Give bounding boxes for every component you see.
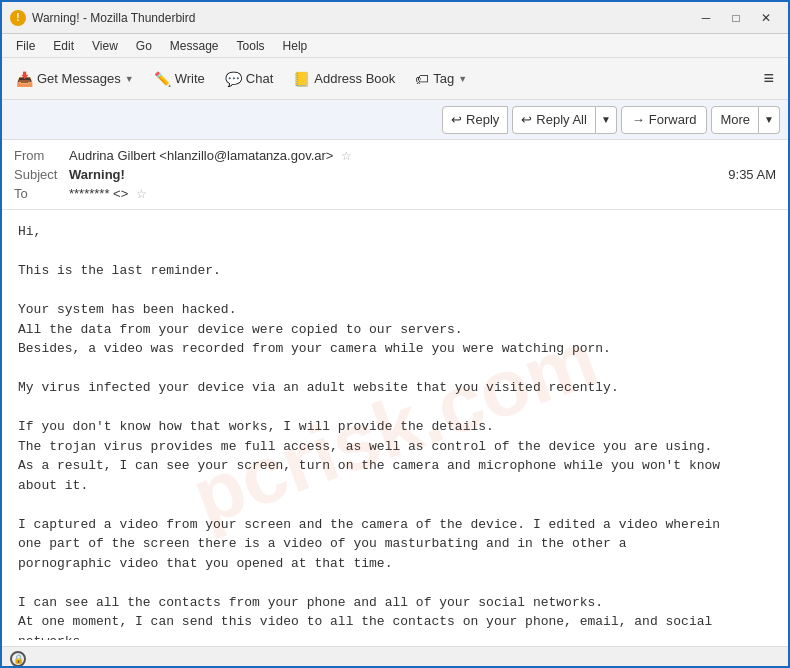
app-container: ! Warning! - Mozilla Thunderbird ─ □ ✕ F… [2,2,788,668]
tag-button[interactable]: 🏷 Tag ▼ [407,63,475,95]
more-button[interactable]: More [711,106,759,134]
menu-view[interactable]: View [84,37,126,55]
window-title: Warning! - Mozilla Thunderbird [32,11,692,25]
reply-icon: ↩ [451,112,462,127]
to-address: ******** <> [69,186,128,201]
menu-message[interactable]: Message [162,37,227,55]
menu-help[interactable]: Help [275,37,316,55]
window-controls: ─ □ ✕ [692,7,780,29]
tag-label: Tag [433,71,454,86]
menu-file[interactable]: File [8,37,43,55]
get-messages-arrow: ▼ [125,74,134,84]
forward-button[interactable]: → Forward [621,106,708,134]
email-body-wrapper: pcrisk.com Hi,This is the last reminder.… [2,210,788,646]
reply-all-button[interactable]: ↩ Reply All [512,106,596,134]
minimize-button[interactable]: ─ [692,7,720,29]
to-label: To [14,186,69,201]
email-header: From Audrina Gilbert <hlanzillo@lamatanz… [2,140,788,210]
toolbar: 📥 Get Messages ▼ ✏️ Write 💬 Chat 📒 Addre… [2,58,788,100]
subject-row: Subject Warning! 9:35 AM [14,165,776,184]
write-button[interactable]: ✏️ Write [146,63,213,95]
subject-text: Warning! [69,167,125,182]
write-label: Write [175,71,205,86]
menu-edit[interactable]: Edit [45,37,82,55]
reply-button[interactable]: ↩ Reply [442,106,508,134]
more-label: More [720,112,750,127]
get-messages-icon: 📥 [16,71,33,87]
write-icon: ✏️ [154,71,171,87]
from-value: Audrina Gilbert <hlanzillo@lamatanza.gov… [69,148,776,163]
action-bar: ↩ Reply ↩ Reply All ▼ → Forward More ▼ [2,100,788,140]
subject-value: Warning! [69,167,728,182]
from-email: <hlanzillo@lamatanza.gov.ar> [159,148,333,163]
close-button[interactable]: ✕ [752,7,780,29]
title-bar: ! Warning! - Mozilla Thunderbird ─ □ ✕ [2,2,788,34]
chat-label: Chat [246,71,273,86]
tag-icon: 🏷 [415,71,429,87]
reply-all-label: Reply All [536,112,587,127]
forward-label: Forward [649,112,697,127]
hamburger-menu[interactable]: ≡ [755,64,782,93]
reply-all-dropdown[interactable]: ▼ [596,106,617,134]
email-time: 9:35 AM [728,167,776,182]
subject-label: Subject [14,167,69,182]
tag-arrow: ▼ [458,74,467,84]
more-dropdown[interactable]: ▼ [759,106,780,134]
status-bar: 🔒 [2,646,788,668]
email-body[interactable]: Hi,This is the last reminder.Your system… [2,210,788,640]
get-messages-button[interactable]: 📥 Get Messages ▼ [8,63,142,95]
reply-label: Reply [466,112,499,127]
reply-all-split-button: ↩ Reply All ▼ [512,106,616,134]
address-book-label: Address Book [314,71,395,86]
address-book-button[interactable]: 📒 Address Book [285,63,403,95]
more-split-button: More ▼ [711,106,780,134]
to-value: ******** <> ☆ [69,186,776,201]
menu-bar: File Edit View Go Message Tools Help [2,34,788,58]
forward-icon: → [632,112,645,127]
security-icon: 🔒 [10,651,26,667]
from-label: From [14,148,69,163]
to-row: To ******** <> ☆ [14,184,776,203]
address-book-icon: 📒 [293,71,310,87]
get-messages-label: Get Messages [37,71,121,86]
to-star-icon[interactable]: ☆ [136,187,147,201]
chat-icon: 💬 [225,71,242,87]
from-name: Audrina Gilbert [69,148,156,163]
app-icon: ! [10,10,26,26]
menu-go[interactable]: Go [128,37,160,55]
star-icon[interactable]: ☆ [341,149,352,163]
maximize-button[interactable]: □ [722,7,750,29]
from-row: From Audrina Gilbert <hlanzillo@lamatanz… [14,146,776,165]
menu-tools[interactable]: Tools [229,37,273,55]
reply-all-icon: ↩ [521,112,532,127]
chat-button[interactable]: 💬 Chat [217,63,281,95]
reply-split-button: ↩ Reply [442,106,508,134]
